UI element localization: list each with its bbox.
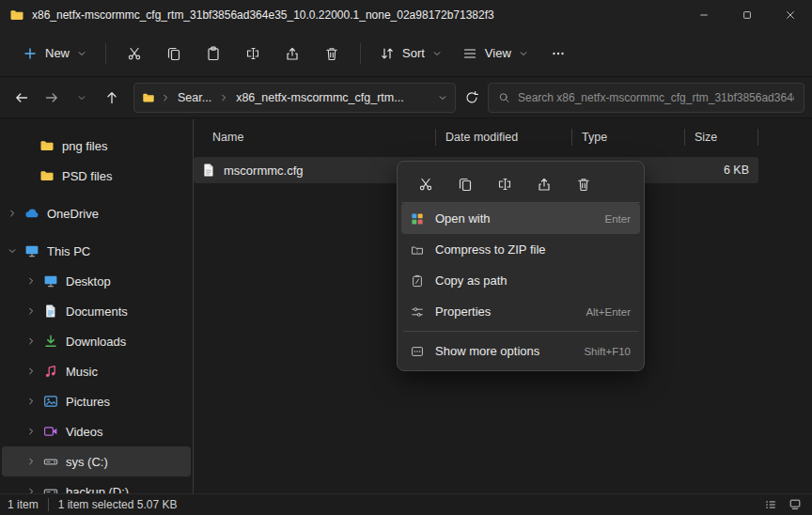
chevron-down-icon[interactable] — [438, 93, 447, 102]
status-separator — [48, 498, 49, 511]
trash-icon — [324, 46, 339, 61]
menu-item-compress-to-zip[interactable]: Compress to ZIP file — [401, 234, 640, 265]
sidebar-item-videos[interactable]: Videos — [2, 416, 191, 446]
view-button-label: View — [485, 46, 511, 60]
close-button[interactable] — [769, 0, 812, 30]
chevron-right-icon[interactable] — [26, 487, 36, 493]
column-header-name[interactable]: Name — [194, 121, 436, 153]
large-icons-view-button[interactable] — [786, 496, 804, 513]
file-name: mscormmc.cfg — [224, 164, 304, 178]
command-toolbar: New Sort View — [0, 30, 812, 77]
chevron-down-icon[interactable] — [8, 246, 17, 256]
shortcut-label: Shift+F10 — [584, 346, 631, 357]
copy-button[interactable] — [155, 38, 193, 70]
sidebar-item-pictures[interactable]: Pictures — [2, 386, 191, 416]
open-with-icon — [411, 212, 424, 226]
share-button[interactable] — [525, 169, 563, 199]
chevron-right-icon[interactable] — [219, 93, 228, 102]
sidebar-item-png-files[interactable]: png files — [2, 131, 191, 161]
sidebar-item-this-pc[interactable]: This PC — [2, 236, 191, 266]
forward-button[interactable] — [38, 84, 66, 112]
up-button[interactable] — [98, 84, 126, 112]
rename-icon — [245, 46, 260, 61]
refresh-button[interactable] — [458, 84, 486, 112]
chevron-right-icon[interactable] — [26, 276, 36, 286]
shortcut-label: Enter — [605, 213, 632, 225]
more-options-button[interactable] — [539, 38, 577, 70]
menu-item-copy-as-path[interactable]: Copy as path — [401, 265, 640, 296]
search-icon — [498, 91, 510, 104]
rename-icon — [497, 177, 512, 192]
chevron-right-icon[interactable] — [26, 336, 36, 346]
chevron-right-icon[interactable] — [26, 367, 36, 376]
chevron-right-icon[interactable] — [26, 306, 36, 316]
chevron-right-icon[interactable] — [26, 427, 36, 436]
file-explorer-window: x86_netfx-mscormmc_cfg_rtm_31bf3856ad364… — [0, 0, 812, 515]
copy-button[interactable] — [446, 169, 484, 199]
sort-button[interactable]: Sort — [370, 39, 451, 68]
menu-item-show-more-options[interactable]: Show more options Shift+F10 — [401, 336, 640, 367]
up-icon — [104, 90, 119, 105]
share-button[interactable] — [273, 38, 311, 70]
search-input[interactable] — [518, 91, 794, 104]
folder-icon — [9, 8, 24, 23]
zip-folder-icon — [411, 243, 424, 257]
chevron-right-icon[interactable] — [8, 209, 17, 218]
details-view-button[interactable] — [761, 496, 780, 513]
breadcrumb-segment[interactable]: Sear... — [176, 88, 213, 107]
chevron-right-icon[interactable] — [161, 93, 170, 102]
delete-button[interactable] — [565, 169, 602, 199]
view-button[interactable]: View — [453, 39, 538, 68]
videos-icon — [43, 424, 58, 439]
onedrive-cloud-icon — [24, 206, 39, 221]
column-header-size[interactable]: Size — [685, 121, 758, 153]
sidebar-item-sys-c[interactable]: sys (C:) — [2, 446, 191, 476]
breadcrumb[interactable]: Sear... x86_netfx-mscormmc_cfg_rtm... — [133, 83, 456, 113]
cut-button[interactable] — [407, 169, 445, 199]
menu-item-open-with[interactable]: Open with Enter — [401, 203, 640, 234]
chevron-down-icon — [77, 49, 86, 58]
sidebar-item-psd-files[interactable]: PSD files — [2, 161, 191, 191]
sidebar-item-backup-d[interactable]: backup (D:) — [2, 476, 191, 493]
toolbar-separator — [360, 43, 361, 64]
downloads-icon — [43, 334, 58, 349]
folder-icon — [142, 91, 155, 104]
refresh-icon — [464, 90, 479, 105]
sidebar-item-music[interactable]: Music — [2, 356, 191, 386]
new-button[interactable]: New — [13, 39, 96, 68]
minimize-button[interactable] — [682, 0, 726, 30]
breadcrumb-segment[interactable]: x86_netfx-mscormmc_cfg_rtm... — [234, 88, 406, 107]
rename-button[interactable] — [486, 169, 523, 199]
context-menu-quick-actions — [401, 165, 640, 203]
titlebar: x86_netfx-mscormmc_cfg_rtm_31bf3856ad364… — [0, 0, 812, 30]
rename-button[interactable] — [234, 38, 272, 70]
window-controls — [682, 0, 812, 30]
documents-icon — [43, 304, 58, 319]
copy-icon — [166, 46, 181, 61]
search-box — [488, 83, 804, 113]
chevron-right-icon[interactable] — [26, 457, 36, 466]
delete-button[interactable] — [313, 38, 351, 70]
view-icon — [462, 46, 477, 61]
sidebar-item-downloads[interactable]: Downloads — [2, 326, 191, 356]
maximize-button[interactable] — [726, 0, 769, 30]
paste-button[interactable] — [195, 38, 232, 70]
chevron-right-icon[interactable] — [26, 397, 36, 406]
navigation-pane: png files PSD files OneDrive This PC — [0, 119, 194, 493]
cut-button[interactable] — [116, 38, 153, 70]
share-icon — [285, 46, 300, 61]
column-header-date-modified[interactable]: Date modified — [436, 121, 572, 153]
share-icon — [537, 177, 552, 192]
sidebar-item-onedrive[interactable]: OneDrive — [2, 198, 191, 228]
computer-icon — [24, 243, 39, 258]
back-button[interactable] — [8, 84, 36, 112]
column-header-type[interactable]: Type — [572, 121, 685, 153]
file-size-cell: 6 KB — [685, 157, 758, 183]
recent-locations-button[interactable] — [68, 84, 96, 112]
menu-item-properties[interactable]: Properties Alt+Enter — [401, 296, 640, 327]
sidebar-item-desktop[interactable]: Desktop — [2, 266, 191, 296]
sort-icon — [380, 46, 395, 61]
trash-icon — [576, 177, 591, 192]
copy-as-path-icon — [411, 274, 424, 288]
sidebar-item-documents[interactable]: Documents — [2, 296, 191, 326]
